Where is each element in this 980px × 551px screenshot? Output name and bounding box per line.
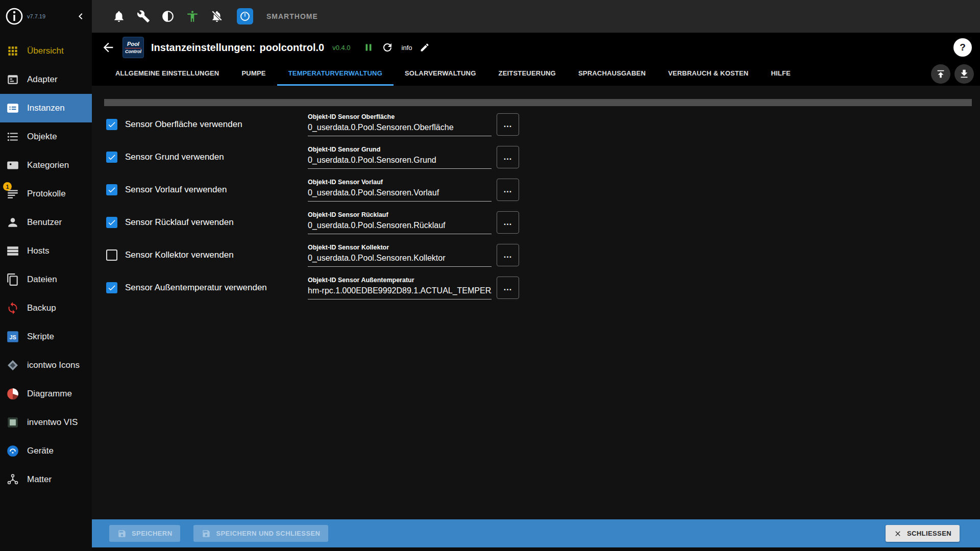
sidebar-item-objekte[interactable]: Objekte bbox=[0, 122, 92, 151]
tab-hilfe[interactable]: HILFE bbox=[760, 62, 802, 86]
tab-allgemeine[interactable]: ALLGEMEINE EINSTELLUNGEN bbox=[104, 62, 230, 86]
object-picker-button[interactable]: ... bbox=[497, 179, 519, 201]
sidebar-item-kategorien[interactable]: Kategorien bbox=[0, 151, 92, 180]
close-button[interactable]: SCHLIESSEN bbox=[886, 525, 960, 542]
adapter-icon-text-1: Pool bbox=[127, 41, 139, 47]
sidebar-item-uebersicht[interactable]: Übersicht bbox=[0, 37, 92, 65]
checkbox[interactable] bbox=[106, 282, 117, 293]
tab-sprache[interactable]: SPRACHAUSGABEN bbox=[567, 62, 657, 86]
save-and-close-button[interactable]: SPEICHERN UND SCHLIESSEN bbox=[193, 525, 328, 542]
close-button-label: SCHLIESSEN bbox=[907, 530, 951, 537]
object-id-field[interactable]: Objekt-ID Sensor Rücklauf0_userdata.0.Po… bbox=[308, 211, 492, 234]
field-value: 0_userdata.0.Pool.Sensoren.Kollektor bbox=[308, 254, 492, 263]
checkbox-cell: Sensor Oberfläche verwenden bbox=[106, 119, 308, 130]
files-icon bbox=[6, 273, 19, 286]
checkbox-cell: Sensor Außentemperatur verwenden bbox=[106, 282, 308, 293]
object-id-field[interactable]: Objekt-ID Sensor Kollektor0_userdata.0.P… bbox=[308, 244, 492, 267]
sidebar-item-instanzen[interactable]: Instanzen bbox=[0, 94, 92, 122]
notifications-bell-icon[interactable] bbox=[112, 10, 126, 23]
tab-temperatur[interactable]: TEMPERATURVERWALTUNG bbox=[277, 62, 394, 86]
adapter-version: v0.4.0 bbox=[332, 44, 350, 52]
theme-contrast-icon[interactable] bbox=[161, 10, 175, 23]
tab-verbrauch[interactable]: VERBRAUCH & KOSTEN bbox=[657, 62, 760, 86]
object-id-field[interactable]: Objekt-ID Sensor Grund0_userdata.0.Pool.… bbox=[308, 146, 492, 169]
sidebar-item-matter[interactable]: Matter bbox=[0, 465, 92, 494]
checkbox-cell: Sensor Rücklauf verwenden bbox=[106, 217, 308, 228]
sidebar-item-dateien[interactable]: Dateien bbox=[0, 265, 92, 294]
checkbox-label: Sensor Außentemperatur verwenden bbox=[125, 283, 267, 293]
devices-icon bbox=[6, 444, 19, 458]
sidebar-item-label: Kategorien bbox=[27, 160, 69, 170]
tab-zeit[interactable]: ZEITSTEUERUNG bbox=[487, 62, 567, 86]
admin-version: v7.7.19 bbox=[27, 13, 45, 19]
import-settings-button[interactable] bbox=[931, 64, 950, 84]
form-row: Sensor Vorlauf verwendenObjekt-ID Sensor… bbox=[106, 173, 960, 206]
sidebar-item-skripte[interactable]: JSSkripte bbox=[0, 322, 92, 351]
object-picker-button[interactable]: ... bbox=[497, 113, 519, 136]
notifications-off-icon[interactable] bbox=[210, 10, 224, 23]
sidebar-item-label: Hosts bbox=[27, 246, 49, 256]
adapter-icon bbox=[6, 73, 19, 86]
sidebar-item-icontwo[interactable]: icontwo Icons bbox=[0, 351, 92, 380]
save-icon bbox=[202, 529, 211, 538]
checkbox-label: Sensor Vorlauf verwenden bbox=[125, 185, 227, 195]
object-id-field[interactable]: Objekt-ID Sensor Vorlauf0_userdata.0.Poo… bbox=[308, 179, 492, 202]
field-label: Objekt-ID Sensor Grund bbox=[308, 146, 492, 153]
edit-pencil-button[interactable] bbox=[420, 42, 430, 53]
pie-icon bbox=[6, 387, 19, 400]
save-button-label: SPEICHERN bbox=[132, 530, 172, 537]
sidebar-item-label: Matter bbox=[27, 474, 52, 485]
help-button[interactable]: ? bbox=[953, 38, 972, 57]
pause-instance-button[interactable] bbox=[363, 42, 374, 53]
sidebar-item-hosts[interactable]: Hosts bbox=[0, 237, 92, 265]
checkbox-cell: Sensor Vorlauf verwenden bbox=[106, 184, 308, 195]
horizontal-scrollbar[interactable] bbox=[104, 99, 972, 106]
checkbox[interactable] bbox=[106, 119, 117, 130]
tab-solar[interactable]: SOLARVERWALTUNG bbox=[394, 62, 487, 86]
tab-pumpe[interactable]: PUMPE bbox=[230, 62, 277, 86]
sidebar-item-protokolle[interactable]: 1Protokolle bbox=[0, 180, 92, 208]
svg-text:JS: JS bbox=[9, 334, 16, 340]
checkbox[interactable] bbox=[106, 152, 117, 163]
refresh-button[interactable] bbox=[381, 41, 394, 54]
sidebar-item-label: Geräte bbox=[27, 446, 54, 456]
form-row: Sensor Grund verwendenObjekt-ID Sensor G… bbox=[106, 141, 960, 173]
object-id-field[interactable]: Objekt-ID Sensor Oberfläche0_userdata.0.… bbox=[308, 113, 492, 136]
sidebar-item-label: Objekte bbox=[27, 132, 57, 142]
sidebar-item-label: inventwo VIS bbox=[27, 417, 78, 428]
back-button[interactable] bbox=[101, 40, 115, 55]
sidebar-item-label: Dateien bbox=[27, 274, 57, 285]
accessibility-icon[interactable] bbox=[186, 10, 199, 23]
instance-header: Pool Control Instanzeinstellungen: poolc… bbox=[92, 33, 980, 62]
sidebar-item-adapter[interactable]: Adapter bbox=[0, 65, 92, 94]
sidebar-item-label: Adapter bbox=[27, 74, 58, 85]
field-cell: Objekt-ID Sensor Oberfläche0_userdata.0.… bbox=[308, 113, 519, 136]
field-value: 0_userdata.0.Pool.Sensoren.Rücklauf bbox=[308, 221, 492, 230]
object-picker-button[interactable]: ... bbox=[497, 146, 519, 168]
sidebar-item-backup[interactable]: Backup bbox=[0, 294, 92, 322]
checkbox[interactable] bbox=[106, 249, 117, 261]
save-and-close-button-label: SPEICHERN UND SCHLIESSEN bbox=[216, 530, 320, 537]
save-button[interactable]: SPEICHERN bbox=[109, 525, 180, 542]
object-picker-button[interactable]: ... bbox=[497, 244, 519, 266]
sidebar-item-diagramme[interactable]: Diagramme bbox=[0, 380, 92, 408]
grid-icon bbox=[6, 44, 19, 58]
sidebar-item-benutzer[interactable]: Benutzer bbox=[0, 208, 92, 237]
smarthome-app-logo bbox=[237, 8, 253, 24]
export-settings-button[interactable] bbox=[954, 64, 974, 84]
object-id-field[interactable]: Objekt-ID Sensor Außentemperaturhm-rpc.1… bbox=[308, 277, 492, 299]
checkbox-label: Sensor Kollektor verwenden bbox=[125, 250, 234, 260]
sidebar-collapse-button[interactable] bbox=[75, 10, 87, 22]
sidebar-item-label: Backup bbox=[27, 303, 56, 313]
sidebar-item-geraete[interactable]: Geräte bbox=[0, 437, 92, 465]
log-level-label: info bbox=[402, 44, 412, 52]
checkbox[interactable] bbox=[106, 184, 117, 195]
object-picker-button[interactable]: ... bbox=[497, 211, 519, 234]
poolcontrol-adapter-icon: Pool Control bbox=[122, 37, 144, 58]
field-label: Objekt-ID Sensor Rücklauf bbox=[308, 211, 492, 218]
checkbox[interactable] bbox=[106, 217, 117, 228]
system-settings-wrench-icon[interactable] bbox=[137, 10, 150, 23]
object-picker-button[interactable]: ... bbox=[497, 277, 519, 299]
page-title-prefix: Instanzeinstellungen: bbox=[151, 42, 255, 54]
sidebar-item-inventwo-vis[interactable]: inventwo VIS bbox=[0, 408, 92, 437]
